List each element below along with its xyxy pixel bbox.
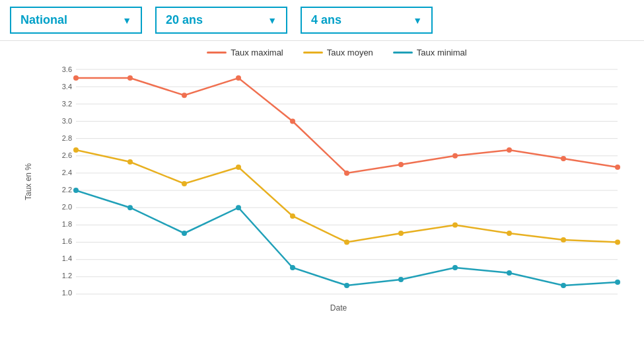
svg-text:2.6: 2.6: [62, 151, 72, 159]
svg-text:févr. 2015: févr. 2015: [114, 299, 146, 301]
dot-max-6: [398, 162, 404, 167]
dot-moy-2: [182, 181, 187, 186]
dot-moy-4: [290, 213, 295, 219]
region-arrow-icon: ▼: [122, 15, 131, 26]
svg-text:2.2: 2.2: [62, 186, 72, 194]
legend-max: Taux maximal: [207, 48, 283, 57]
chart-area: Taux en %: [43, 63, 624, 301]
svg-text:déc. 2015: déc. 2015: [223, 299, 254, 301]
svg-text:3.0: 3.0: [62, 117, 72, 125]
dot-moy-3: [236, 165, 241, 170]
dot-moy-7: [452, 222, 458, 227]
dot-min-2: [182, 231, 187, 236]
dot-max-5: [344, 170, 349, 176]
legend-min-line: [393, 52, 413, 54]
svg-text:juil. 2015: juil. 2015: [169, 299, 199, 301]
y-axis-label: Taux en %: [24, 163, 33, 200]
dot-max-3: [236, 75, 241, 81]
svg-text:mars 2017: mars 2017: [384, 299, 418, 301]
dot-min-6: [398, 277, 404, 282]
dot-max-2: [182, 93, 187, 98]
dot-moy-6: [398, 231, 404, 236]
line-moy: [76, 150, 618, 243]
svg-text:août 2017: août 2017: [439, 299, 472, 301]
duration2-dropdown[interactable]: 4 ans ▼: [301, 7, 433, 34]
region-label: National: [20, 13, 67, 27]
legend-moy-line: [303, 52, 323, 54]
dot-moy-1: [127, 159, 133, 165]
svg-text:2.8: 2.8: [62, 134, 72, 142]
duration1-arrow-icon: ▼: [268, 15, 277, 26]
chart-legend: Taux maximal Taux moyen Taux minimal: [40, 48, 634, 57]
dot-max-0: [73, 75, 79, 81]
dot-moy-8: [507, 231, 512, 236]
dot-max-1: [127, 75, 133, 81]
duration2-label: 4 ans: [311, 13, 341, 27]
svg-text:2.4: 2.4: [62, 169, 72, 176]
legend-min-label: Taux minimal: [417, 48, 467, 57]
legend-max-label: Taux maximal: [231, 48, 283, 57]
duration1-label: 20 ans: [166, 13, 203, 27]
svg-text:2.0: 2.0: [62, 203, 72, 211]
dot-min-1: [127, 205, 133, 210]
dot-min-5: [344, 283, 349, 288]
svg-text:oct. 2016: oct. 2016: [332, 299, 361, 301]
dot-moy-9: [561, 237, 566, 243]
dot-max-8: [507, 147, 512, 153]
region-dropdown[interactable]: National ▼: [10, 7, 142, 34]
svg-text:1.8: 1.8: [62, 220, 72, 228]
legend-min: Taux minimal: [393, 48, 467, 57]
svg-text:3.4: 3.4: [62, 83, 72, 91]
svg-text:oct. 2018: oct. 2018: [602, 299, 624, 301]
dot-max-7: [452, 153, 458, 159]
dot-min-9: [561, 283, 566, 288]
svg-text:janv. 2018: janv. 2018: [492, 299, 526, 301]
filter-bar: National ▼ 20 ans ▼ 4 ans ▼: [0, 0, 644, 41]
svg-rect-0: [76, 66, 618, 294]
dot-moy-0: [73, 147, 79, 153]
duration1-dropdown[interactable]: 20 ans ▼: [155, 7, 287, 34]
x-axis-label: Date: [43, 303, 634, 313]
duration2-arrow-icon: ▼: [413, 15, 422, 26]
chart-svg: 3.6 3.4 3.2 3.0 2.8 2.6 2.4 2.2 2.0 1.8 …: [43, 63, 624, 301]
dot-max-10: [615, 165, 620, 170]
svg-text:1.0: 1.0: [62, 289, 72, 297]
dot-min-4: [290, 265, 295, 270]
svg-text:sept. 2014: sept. 2014: [59, 299, 92, 301]
svg-text:mai 2016: mai 2016: [277, 299, 307, 301]
svg-text:1.6: 1.6: [62, 237, 72, 245]
svg-text:1.2: 1.2: [62, 272, 72, 280]
legend-moy: Taux moyen: [303, 48, 373, 57]
dot-min-10: [615, 280, 620, 285]
svg-text:3.2: 3.2: [62, 100, 72, 108]
dot-moy-5: [344, 240, 349, 245]
svg-text:1.4: 1.4: [62, 254, 72, 262]
chart-container: Taux maximal Taux moyen Taux minimal Tau…: [0, 41, 644, 332]
dot-max-9: [561, 156, 566, 161]
svg-text:3.6: 3.6: [62, 65, 72, 73]
dot-min-7: [452, 265, 458, 270]
line-min: [76, 190, 618, 285]
svg-text:juin 2018: juin 2018: [548, 299, 579, 301]
legend-moy-label: Taux moyen: [327, 48, 373, 57]
line-max: [76, 78, 618, 173]
dot-min-8: [507, 270, 512, 276]
dot-min-3: [236, 205, 241, 210]
dot-min-0: [73, 188, 79, 193]
dot-moy-10: [615, 240, 620, 245]
dot-max-4: [290, 119, 295, 124]
legend-max-line: [207, 52, 227, 54]
